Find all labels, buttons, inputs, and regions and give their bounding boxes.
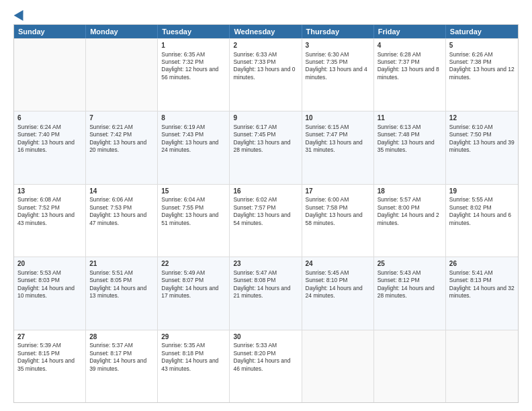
cell-sunset: Sunset: 8:08 PM (233, 277, 275, 283)
cell-daylight: Daylight: 13 hours and 20 minutes. (89, 139, 146, 153)
calendar-cell: 20Sunrise: 5:53 AMSunset: 8:03 PMDayligh… (14, 257, 86, 329)
header-day-sunday: Sunday (14, 25, 86, 38)
cell-sunrise: Sunrise: 5:35 AM (161, 342, 205, 349)
calendar-cell: 14Sunrise: 6:06 AMSunset: 7:53 PMDayligh… (86, 185, 158, 257)
cell-daylight: Daylight: 14 hours and 2 minutes. (378, 212, 439, 226)
cell-sunset: Sunset: 7:48 PM (378, 131, 420, 138)
calendar-cell: 29Sunrise: 5:35 AMSunset: 8:18 PMDayligh… (158, 330, 230, 402)
cell-sunrise: Sunrise: 5:37 AM (89, 342, 133, 349)
cell-sunrise: Sunrise: 5:47 AM (233, 269, 277, 276)
cell-sunrise: Sunrise: 6:21 AM (89, 124, 133, 130)
cell-day-number: 3 (306, 41, 370, 50)
cell-sunrise: Sunrise: 5:45 AM (306, 269, 349, 276)
cell-day-number: 29 (161, 332, 226, 342)
header-day-saturday: Saturday (446, 25, 518, 38)
cell-sunset: Sunset: 7:58 PM (306, 204, 348, 211)
cell-daylight: Daylight: 13 hours and 31 minutes. (306, 139, 363, 153)
cell-sunrise: Sunrise: 6:33 AM (233, 51, 277, 58)
cell-sunrise: Sunrise: 6:19 AM (161, 124, 205, 130)
calendar-cell: 10Sunrise: 6:15 AMSunset: 7:47 PMDayligh… (302, 111, 374, 183)
cell-sunrise: Sunrise: 6:02 AM (233, 196, 277, 203)
calendar-cell: 26Sunrise: 5:41 AMSunset: 8:13 PMDayligh… (446, 257, 518, 329)
cell-day-number: 24 (306, 259, 370, 269)
calendar-cell (302, 330, 374, 402)
cell-sunset: Sunset: 8:12 PM (378, 277, 420, 283)
cell-sunset: Sunset: 7:43 PM (161, 131, 204, 138)
cell-sunset: Sunset: 7:37 PM (378, 58, 420, 65)
calendar-cell (14, 39, 86, 111)
cell-day-number: 9 (233, 113, 298, 123)
cell-daylight: Daylight: 13 hours and 0 minutes. (233, 66, 295, 80)
cell-daylight: Daylight: 14 hours and 39 minutes. (89, 357, 146, 371)
calendar-cell: 6Sunrise: 6:24 AMSunset: 7:40 PMDaylight… (14, 111, 86, 183)
cell-day-number: 11 (378, 113, 442, 123)
cell-sunset: Sunset: 8:18 PM (161, 350, 204, 357)
cell-daylight: Daylight: 14 hours and 32 minutes. (449, 285, 515, 299)
cell-daylight: Daylight: 14 hours and 6 minutes. (449, 212, 511, 226)
cell-day-number: 5 (449, 41, 515, 50)
calendar-cell: 24Sunrise: 5:45 AMSunset: 8:10 PMDayligh… (302, 257, 374, 329)
calendar-cell: 30Sunrise: 5:33 AMSunset: 8:20 PMDayligh… (230, 330, 302, 402)
cell-daylight: Daylight: 14 hours and 10 minutes. (17, 285, 75, 299)
cell-sunrise: Sunrise: 6:28 AM (378, 51, 421, 58)
calendar-week-3: 13Sunrise: 6:08 AMSunset: 7:52 PMDayligh… (14, 184, 518, 257)
cell-sunrise: Sunrise: 5:33 AM (233, 342, 277, 349)
logo-triangle-icon (14, 7, 28, 21)
cell-sunrise: Sunrise: 6:15 AM (306, 124, 349, 130)
cell-day-number: 2 (233, 41, 298, 50)
calendar-week-5: 27Sunrise: 5:39 AMSunset: 8:15 PMDayligh… (14, 330, 518, 402)
header-day-wednesday: Wednesday (230, 25, 302, 38)
cell-sunset: Sunset: 7:55 PM (161, 204, 204, 211)
cell-sunrise: Sunrise: 6:08 AM (17, 196, 61, 203)
cell-sunset: Sunset: 8:07 PM (161, 277, 204, 283)
calendar-cell: 25Sunrise: 5:43 AMSunset: 8:12 PMDayligh… (374, 257, 446, 329)
cell-sunrise: Sunrise: 5:39 AM (17, 342, 61, 349)
calendar-cell: 16Sunrise: 6:02 AMSunset: 7:57 PMDayligh… (230, 185, 302, 257)
cell-day-number: 4 (378, 41, 442, 50)
calendar-cell: 7Sunrise: 6:21 AMSunset: 7:42 PMDaylight… (86, 111, 158, 183)
calendar-cell: 15Sunrise: 6:04 AMSunset: 7:55 PMDayligh… (158, 185, 230, 257)
cell-daylight: Daylight: 12 hours and 56 minutes. (161, 66, 218, 80)
cell-sunrise: Sunrise: 6:35 AM (161, 51, 205, 58)
cell-day-number: 14 (89, 187, 154, 196)
cell-daylight: Daylight: 13 hours and 54 minutes. (233, 212, 290, 226)
calendar-cell (446, 330, 518, 402)
cell-day-number: 23 (233, 259, 298, 269)
cell-daylight: Daylight: 13 hours and 51 minutes. (161, 212, 218, 226)
cell-daylight: Daylight: 14 hours and 24 minutes. (306, 285, 363, 299)
calendar-week-4: 20Sunrise: 5:53 AMSunset: 8:03 PMDayligh… (14, 257, 518, 329)
cell-sunrise: Sunrise: 6:24 AM (17, 124, 61, 130)
calendar-cell: 1Sunrise: 6:35 AMSunset: 7:32 PMDaylight… (158, 39, 230, 111)
cell-daylight: Daylight: 13 hours and 58 minutes. (306, 212, 363, 226)
calendar-cell (374, 330, 446, 402)
cell-daylight: Daylight: 14 hours and 46 minutes. (233, 357, 290, 371)
cell-day-number: 21 (89, 259, 154, 269)
cell-sunrise: Sunrise: 6:04 AM (161, 196, 205, 203)
cell-daylight: Daylight: 13 hours and 24 minutes. (161, 139, 218, 153)
calendar-cell: 12Sunrise: 6:10 AMSunset: 7:50 PMDayligh… (446, 111, 518, 183)
calendar-body: 1Sunrise: 6:35 AMSunset: 7:32 PMDaylight… (14, 38, 518, 402)
cell-day-number: 19 (449, 187, 515, 196)
calendar-cell: 4Sunrise: 6:28 AMSunset: 7:37 PMDaylight… (374, 39, 446, 111)
cell-daylight: Daylight: 14 hours and 17 minutes. (161, 285, 218, 299)
cell-sunrise: Sunrise: 5:57 AM (378, 196, 421, 203)
cell-sunset: Sunset: 8:02 PM (449, 204, 492, 211)
calendar-cell: 5Sunrise: 6:26 AMSunset: 7:38 PMDaylight… (446, 39, 518, 111)
cell-day-number: 12 (449, 113, 515, 123)
cell-sunrise: Sunrise: 5:49 AM (161, 269, 205, 276)
cell-day-number: 13 (17, 187, 82, 196)
cell-sunrise: Sunrise: 6:13 AM (378, 124, 421, 130)
calendar-cell: 11Sunrise: 6:13 AMSunset: 7:48 PMDayligh… (374, 111, 446, 183)
cell-daylight: Daylight: 13 hours and 43 minutes. (17, 212, 75, 226)
cell-sunrise: Sunrise: 6:26 AM (449, 51, 493, 58)
calendar-cell: 2Sunrise: 6:33 AMSunset: 7:33 PMDaylight… (230, 39, 302, 111)
cell-day-number: 15 (161, 187, 226, 196)
cell-daylight: Daylight: 13 hours and 8 minutes. (378, 66, 439, 80)
cell-sunrise: Sunrise: 6:00 AM (306, 196, 349, 203)
calendar-cell: 23Sunrise: 5:47 AMSunset: 8:08 PMDayligh… (230, 257, 302, 329)
cell-daylight: Daylight: 14 hours and 21 minutes. (233, 285, 290, 299)
header-day-friday: Friday (374, 25, 446, 38)
cell-sunrise: Sunrise: 6:17 AM (233, 124, 277, 130)
cell-day-number: 28 (89, 332, 154, 342)
cell-sunset: Sunset: 7:38 PM (449, 58, 492, 65)
